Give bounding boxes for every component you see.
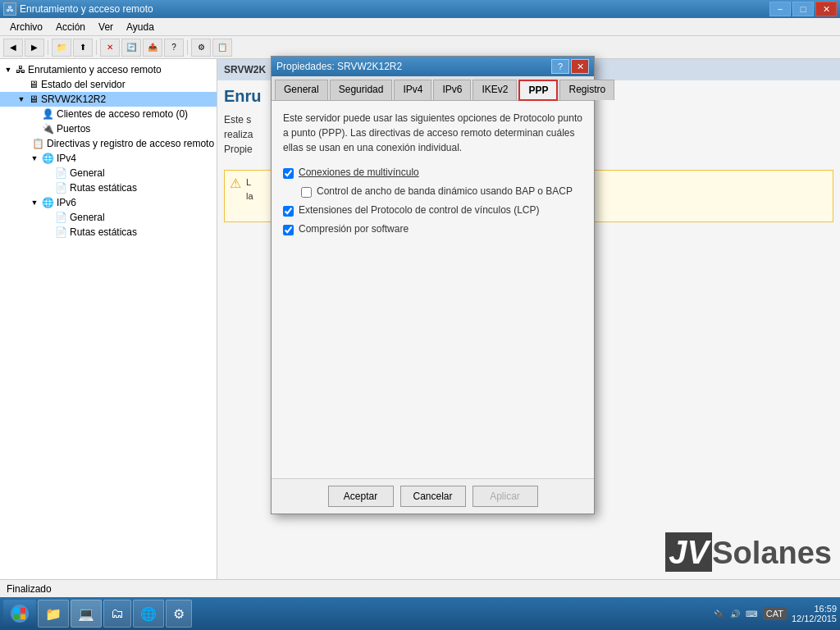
tree-item-srvw2k12r2[interactable]: ▼ 🖥 SRVW2K12R2	[0, 92, 217, 107]
tree-item-directivas[interactable]: 📋 Directivas y registro de acceso remoto	[0, 136, 217, 151]
svg-rect-0	[14, 608, 19, 613]
sys-tray: 🔌 🔊 ⌨ CAT 16:59 12/12/2015	[712, 604, 837, 623]
network-icon: 🖧	[16, 64, 25, 75]
tree-item-ipv6-rutas[interactable]: 📄 Rutas estáticas	[0, 225, 217, 240]
dialog-description: Este servidor puede usar las siguientes …	[283, 111, 582, 155]
tree-item-clients[interactable]: 👤 Clientes de acceso remoto (0)	[0, 107, 217, 121]
cancel-button[interactable]: Cancelar	[400, 486, 466, 507]
toolbar-separator-3	[187, 40, 188, 55]
general-icon-ipv4: 📄	[55, 167, 67, 179]
tree-root[interactable]: ▼ 🖧 Enrutamiento y acceso remoto	[0, 62, 217, 77]
up-button[interactable]: ⬆	[73, 39, 93, 57]
tab-ipv6[interactable]: IPv6	[433, 80, 471, 100]
tab-registro[interactable]: Registro	[559, 80, 614, 100]
clock-time: 16:59	[792, 604, 837, 614]
status-text: Finalizado	[7, 583, 52, 595]
tree-label-ipv6-rutas: Rutas estáticas	[70, 226, 137, 238]
show-hide-button[interactable]: 📁	[52, 39, 71, 57]
tab-ppp[interactable]: PPP	[518, 80, 558, 101]
title-controls: − □ ✕	[769, 2, 837, 16]
app-icon: 🖧	[3, 2, 16, 16]
dialog-close-button[interactable]: ✕	[571, 59, 589, 74]
checkbox-row-bap: Control de ancho de banda dinámico usand…	[301, 185, 582, 198]
tree-item-ipv6-general[interactable]: 📄 General	[0, 210, 217, 225]
tree-item-ipv4-rutas[interactable]: 📄 Rutas estáticas	[0, 180, 217, 195]
expand-icon-ipv6: ▼	[30, 199, 39, 207]
delete-button[interactable]: ✕	[100, 39, 120, 57]
checkbox-lcp[interactable]	[283, 206, 294, 217]
tab-ipv4[interactable]: IPv4	[394, 80, 431, 100]
menu-ver[interactable]: Ver	[92, 20, 120, 34]
tray-icon-audio: 🔊	[728, 607, 742, 620]
tab-seguridad[interactable]: Seguridad	[330, 80, 393, 100]
dialog-tabs: General Seguridad IPv4 IPv6 IKEv2 PPP Re…	[272, 76, 594, 101]
tree-item-estado[interactable]: 🖥 Estado del servidor	[0, 77, 217, 92]
tree-item-ipv4[interactable]: ▼ 🌐 IPv4	[0, 151, 217, 166]
window-title: Enrutamiento y acceso remoto	[20, 3, 153, 15]
refresh-button[interactable]: 🔄	[121, 39, 141, 57]
view-button[interactable]: 📋	[212, 39, 232, 57]
clock-date: 12/12/2015	[792, 614, 837, 623]
language-indicator[interactable]: CAT	[763, 607, 787, 620]
menu-accion[interactable]: Acción	[49, 20, 92, 34]
tray-icon-network: 🔌	[712, 607, 725, 620]
tree-panel: ▼ 🖧 Enrutamiento y acceso remoto 🖥 Estad…	[0, 59, 217, 604]
tree-label-clients: Clientes de acceso remoto (0)	[57, 108, 188, 120]
dialog-title-controls: ? ✕	[551, 59, 589, 74]
taskbar: 📁 💻 🗂 🌐 ⚙ 🔌 🔊 ⌨ CAT 16:59 12/12/2015	[0, 597, 840, 630]
tree-item-ipv6[interactable]: ▼ 🌐 IPv6	[0, 195, 217, 210]
export-button[interactable]: 📤	[143, 39, 162, 57]
menu-ayuda[interactable]: Ayuda	[120, 20, 161, 34]
back-button[interactable]: ◀	[3, 39, 23, 57]
tree-label-ipv6-general: General	[70, 212, 105, 223]
ports-icon: 🔌	[42, 123, 54, 135]
ipv6-icon: 🌐	[42, 197, 54, 208]
expand-icon-srv: ▼	[16, 95, 26, 103]
taskbar-network[interactable]: 🌐	[133, 600, 164, 628]
dialog-footer: Aceptar Cancelar Aplicar	[272, 478, 594, 514]
tree-label-puertos: Puertos	[57, 123, 90, 135]
toolbar-separator-1	[48, 40, 48, 55]
help-button[interactable]: ?	[164, 39, 184, 57]
taskbar-files[interactable]: 🗂	[103, 600, 131, 628]
expand-icon-ipv4: ▼	[30, 154, 39, 162]
tree-label-directivas: Directivas y registro de acceso remoto	[47, 138, 214, 149]
checkbox-multivínculo[interactable]	[283, 168, 294, 179]
toolbar-separator-2	[96, 40, 97, 55]
routes-icon-ipv6: 📄	[55, 226, 67, 238]
watermark-text: JVSolanes	[665, 536, 832, 570]
title-bar: 🖧 Enrutamiento y acceso remoto − □ ✕	[0, 0, 840, 18]
accept-button[interactable]: Aceptar	[328, 486, 394, 507]
apply-button[interactable]: Aplicar	[472, 486, 538, 507]
minimize-button[interactable]: −	[769, 2, 791, 16]
tab-ikev2[interactable]: IKEv2	[472, 80, 517, 100]
properties-button[interactable]: ⚙	[191, 39, 211, 57]
clock: 16:59 12/12/2015	[792, 604, 837, 623]
label-multivínculo: Conexiones de multivínculo	[299, 167, 419, 178]
menu-archivo[interactable]: Archivo	[3, 20, 49, 34]
taskbar-terminal[interactable]: 💻	[71, 600, 102, 628]
checkbox-compression[interactable]	[283, 225, 294, 235]
expand-icon: ▼	[3, 66, 13, 74]
start-icon	[11, 605, 29, 623]
title-bar-left: 🖧 Enrutamiento y acceso remoto	[3, 2, 153, 16]
forward-button[interactable]: ▶	[25, 39, 44, 57]
dialog-help-button[interactable]: ?	[551, 59, 569, 74]
tab-general[interactable]: General	[275, 80, 328, 100]
start-button[interactable]	[3, 600, 36, 628]
dialog-content: Este servidor puede usar las siguientes …	[272, 101, 594, 478]
close-button[interactable]: ✕	[815, 2, 837, 16]
checkbox-bap[interactable]	[301, 187, 312, 198]
tree-label-srv: SRVW2K12R2	[41, 94, 106, 105]
tree-label-ipv4-general: General	[70, 167, 105, 179]
svg-rect-2	[14, 614, 19, 619]
maximize-button[interactable]: □	[792, 2, 814, 16]
label-bap: Control de ancho de banda dinámico usand…	[317, 185, 573, 197]
tree-item-ipv4-general[interactable]: 📄 General	[0, 166, 217, 180]
taskbar-servmgr[interactable]: ⚙	[166, 600, 192, 628]
taskbar-explorer[interactable]: 📁	[38, 600, 69, 628]
dialog-title: Propiedades: SRVW2K12R2	[276, 61, 551, 72]
menu-bar: Archivo Acción Ver Ayuda	[0, 18, 840, 36]
tree-item-puertos[interactable]: 🔌 Puertos	[0, 121, 217, 136]
svg-rect-3	[21, 614, 25, 619]
